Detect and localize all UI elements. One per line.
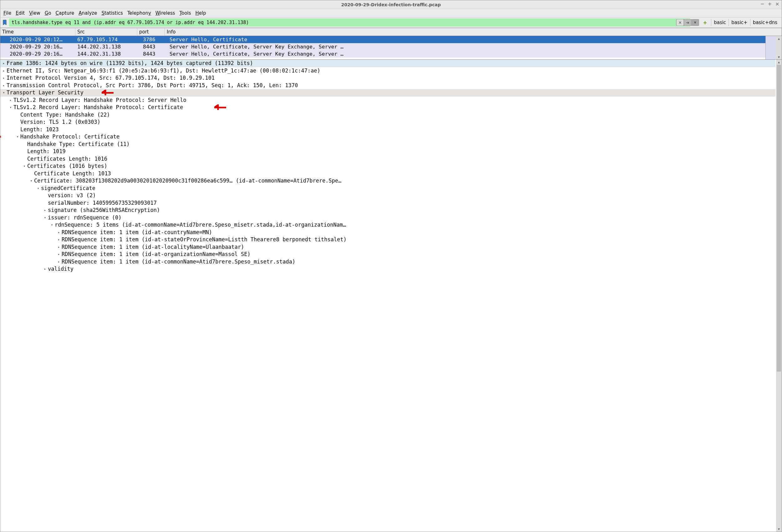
collapse-icon[interactable]: ▾ (36, 185, 40, 192)
tree-certificates[interactable]: ▾Certificates (1016 bytes) (0, 162, 775, 170)
expand-icon[interactable]: ▸ (8, 97, 13, 104)
tree-rdn-item[interactable]: ▸RDNSequence item: 1 item (id-at-organiz… (0, 251, 775, 258)
cell-port: 3786 (141, 37, 168, 42)
tree-signed-cert[interactable]: ▾signedCertificate (0, 185, 775, 192)
details-scrollbar[interactable]: ▲ ▼ (776, 60, 782, 532)
col-port[interactable]: port (137, 28, 165, 36)
preset-basic[interactable]: basic (711, 19, 728, 26)
scroll-down-icon[interactable]: ▼ (776, 527, 782, 532)
expand-icon[interactable]: ▸ (57, 236, 61, 243)
bookmark-icon[interactable] (2, 20, 7, 26)
minimize-icon[interactable]: − (760, 2, 765, 7)
expand-icon[interactable]: ▸ (2, 67, 6, 75)
cell-port: 8443 (141, 44, 168, 50)
tree-frame[interactable]: ▸Frame 1386: 1424 bytes on wire (11392 b… (0, 60, 775, 67)
collapse-icon[interactable]: ▾ (50, 221, 54, 229)
menu-telephony[interactable]: Telephony (127, 10, 151, 16)
tree-tls-record-cert[interactable]: ▾TLSv1.2 Record Layer: Handshake Protoco… (0, 104, 775, 111)
cell-src: 67.79.105.174 (75, 37, 141, 42)
packet-details[interactable]: ▸Frame 1386: 1424 bytes on wire (11392 b… (0, 60, 782, 532)
maximize-icon[interactable]: + (767, 2, 772, 7)
tree-hs-type[interactable]: Handshake Type: Certificate (11) (0, 141, 775, 148)
packet-list[interactable]: 2020-09-29 20:12… 67.79.105.174 3786 Ser… (0, 36, 782, 60)
tree-rdn-item[interactable]: ▸RDNSequence item: 1 item (id-at-country… (0, 229, 775, 236)
tree-ethernet[interactable]: ▸Ethernet II, Src: Netgear_b6:93:f1 (20:… (0, 67, 775, 75)
tree-tls-record-hello[interactable]: ▸TLSv1.2 Record Layer: Handshake Protoco… (0, 97, 775, 104)
tree-handshake-proto[interactable]: ▾Handshake Protocol: Certificate (0, 133, 775, 141)
menu-capture[interactable]: Capture (56, 10, 74, 16)
menu-edit[interactable]: Edit (15, 10, 25, 16)
tree-signature[interactable]: ▸signature (sha256WithRSAEncryption) (0, 206, 775, 214)
expand-icon[interactable]: ▸ (57, 251, 61, 258)
col-src[interactable]: Src (75, 28, 137, 36)
expand-icon[interactable]: ▸ (2, 82, 6, 89)
tree-serial[interactable]: serialNumber: 14059956735329093017 (0, 199, 775, 207)
tree-tcp[interactable]: ▸Transmission Control Protocol, Src Port… (0, 82, 775, 89)
preset-basic-plus[interactable]: basic+ (728, 19, 750, 26)
filter-dropdown-icon[interactable]: ▼ (691, 20, 699, 26)
expand-icon[interactable]: ▸ (57, 258, 61, 266)
scroll-down-icon[interactable]: ▼ (776, 54, 782, 60)
packet-row[interactable]: 2020-09-29 20:12… 67.79.105.174 3786 Ser… (0, 36, 782, 43)
menu-go[interactable]: Go (45, 10, 51, 16)
collapse-icon[interactable]: ▾ (2, 89, 6, 97)
tree-rdn-item[interactable]: ▸RDNSequence item: 1 item (id-at-localit… (0, 243, 775, 251)
collapse-icon[interactable]: ▾ (22, 162, 27, 170)
main-window: 2020-09-29-Dridex-infection-traffic.pcap… (0, 0, 782, 532)
collapse-icon[interactable]: ▾ (15, 133, 20, 141)
tree-content-type[interactable]: Content Type: Handshake (22) (0, 111, 775, 119)
tree-cert-version[interactable]: version: v3 (2) (0, 192, 775, 199)
scroll-thumb[interactable] (777, 65, 781, 372)
scroll-up-icon[interactable]: ▲ (776, 60, 782, 65)
expand-icon[interactable]: ▸ (2, 60, 6, 67)
tree-certs-length[interactable]: Certificates Length: 1016 (0, 155, 775, 163)
expand-icon[interactable]: ▸ (57, 243, 61, 251)
tree-rdn-sequence[interactable]: ▾rdnSequence: 5 items (id-at-commonName=… (0, 221, 775, 229)
tree-validity[interactable]: ▸validity (0, 265, 775, 273)
collapse-icon[interactable]: ▾ (43, 214, 47, 222)
close-icon[interactable]: × (775, 2, 780, 7)
collapse-icon[interactable]: ▾ (29, 177, 33, 185)
annotation-arrow-icon (101, 89, 113, 96)
tree-length[interactable]: Length: 1023 (0, 126, 775, 134)
tree-ip[interactable]: ▸Internet Protocol Version 4, Src: 67.79… (0, 74, 775, 82)
tree-issuer[interactable]: ▾issuer: rdnSequence (0) (0, 214, 775, 222)
annotation-arrow-icon (0, 134, 1, 140)
tree-rdn-item[interactable]: ▸RDNSequence item: 1 item (id-at-stateOr… (0, 236, 775, 243)
col-time[interactable]: Time (0, 28, 75, 36)
menu-view[interactable]: View (29, 10, 40, 16)
cell-info: Server Hello, Certificate (168, 37, 782, 42)
preset-basic-dns[interactable]: basic+dns (750, 19, 780, 26)
tree-hs-length[interactable]: Length: 1019 (0, 148, 775, 155)
filter-presets: basic basic+ basic+dns (711, 19, 780, 26)
cell-info: Server Hello, Certificate, Server Key Ex… (168, 51, 782, 57)
tree-version[interactable]: Version: TLS 1.2 (0x0303) (0, 118, 775, 126)
collapse-icon[interactable]: ▾ (8, 104, 13, 111)
menu-help[interactable]: Help (196, 10, 206, 16)
cell-info: Server Hello, Certificate, Server Key Ex… (168, 44, 782, 50)
tree-rdn-item[interactable]: ▸RDNSequence item: 1 item (id-at-commonN… (0, 258, 775, 266)
tree-tls[interactable]: ▾Transport Layer Security (0, 89, 775, 97)
menu-wireless[interactable]: Wireless (155, 10, 175, 16)
filter-toolbar: ✕ ➔ ▼ ＋ basic basic+ basic+dns (0, 17, 782, 28)
scroll-up-icon[interactable]: ▲ (776, 36, 782, 41)
menu-tools[interactable]: Tools (180, 10, 191, 16)
expand-icon[interactable]: ▸ (57, 229, 61, 236)
display-filter-input[interactable] (9, 18, 690, 27)
add-filter-icon[interactable]: ＋ (702, 19, 708, 26)
expand-icon[interactable]: ▸ (43, 265, 47, 273)
menu-statistics[interactable]: Statistics (101, 10, 123, 16)
expand-icon[interactable]: ▸ (2, 74, 6, 82)
packet-row[interactable]: 2020-09-29 20:16… 144.202.31.138 8443 Se… (0, 50, 782, 58)
expand-icon[interactable]: ▸ (43, 206, 47, 214)
tree-cert-length[interactable]: Certificate Length: 1013 (0, 170, 775, 178)
packet-row[interactable]: 2020-09-29 20:16… 144.202.31.138 8443 Se… (0, 43, 782, 50)
menu-file[interactable]: File (3, 10, 11, 16)
packet-scrollbar[interactable]: ▲ ▼ (776, 36, 782, 60)
clear-filter-icon[interactable]: ✕ (677, 20, 683, 26)
tree-certificate[interactable]: ▾Certificate: 308203f1308202d9a003020102… (0, 177, 775, 185)
menu-analyze[interactable]: Analyze (78, 10, 97, 16)
titlebar: 2020-09-29-Dridex-infection-traffic.pcap… (0, 0, 782, 9)
col-info[interactable]: Info (165, 28, 782, 36)
apply-filter-icon[interactable]: ➔ (684, 20, 691, 26)
